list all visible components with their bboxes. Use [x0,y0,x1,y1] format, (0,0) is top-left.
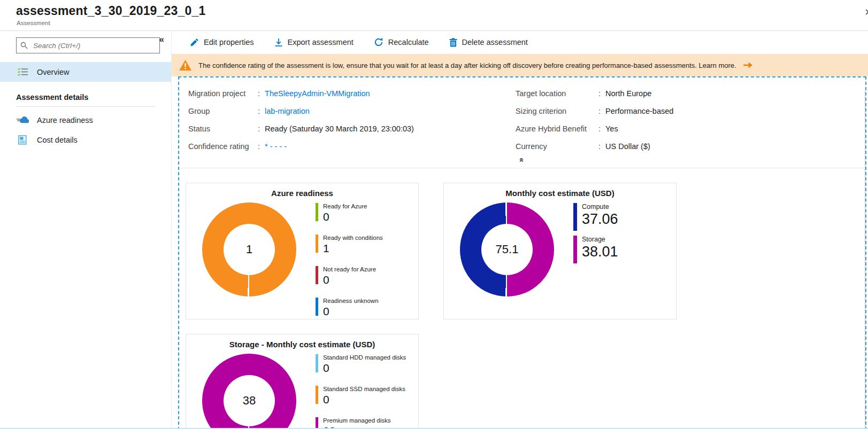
legend-value: 0 [323,274,376,286]
chart-title: Azure readiness [186,189,418,198]
page-title: assessment_3_30_2019_23_0_1 [16,4,206,18]
sidebar-item-label: Azure readiness [37,116,93,124]
sidebar-collapse-icon[interactable]: « [159,34,164,45]
property-value[interactable]: * - - - - [265,142,287,151]
pencil-icon [190,38,199,47]
legend-value: 0 [323,210,367,223]
charts-area: Azure readiness1Ready for Azure0Ready wi… [179,168,865,429]
legend-label: Not ready for Azure [323,266,376,274]
chart-title: Storage - Monthly cost estimate (USD) [186,340,418,349]
properties-collapse-row: « [179,155,865,163]
collapse-properties-icon[interactable]: « [518,158,526,162]
donut-chart: 1 [202,202,296,297]
legend-item: Ready for Azure0 [316,203,383,223]
property-label: Status [188,124,258,133]
donut-center-value: 38 [224,375,275,426]
legend-value: 0 [323,393,405,406]
assessment-page: assessment_3_30_2019_23_0_1 Assessment ×… [0,0,868,429]
property-label: Azure Hybrid Benefit [516,124,598,133]
trash-icon [449,38,457,47]
sidebar-divider [16,106,155,107]
legend-item: Standard SSD managed disks0 [316,386,406,406]
chart-legend: Ready for Azure0Ready with conditions1No… [316,202,383,319]
legend-item: Not ready for Azure0 [316,266,383,286]
warning-triangle-icon [179,60,191,71]
chart-legend: Compute37.06Storage38.01 [573,202,618,297]
property-value: US Dollar ($) [605,142,650,151]
legend-value: 1 [323,242,383,255]
arrow-right-icon [743,62,752,68]
toolbar-button-label: Export assessment [288,38,354,46]
delete-assessment-button[interactable]: Delete assessment [449,38,528,47]
chart-card: Monthly cost estimate (USD)75.1Compute37… [443,183,677,319]
legend-color-bar [316,417,318,429]
chart-title: Monthly cost estimate (USD) [444,189,676,198]
property-label: Currency [516,142,598,151]
property-value: Yes [605,124,618,133]
property-row: Status:Ready (Saturday 30 March 2019, 23… [188,120,516,137]
toolbar-button-label: Edit properties [204,38,254,46]
toolbar-button-label: Recalculate [388,38,429,46]
donut-chart: 75.1 [460,202,554,297]
sidebar-item-overview[interactable]: Overview [0,62,171,82]
property-label: Group [188,107,258,115]
property-value[interactable]: lab-migration [265,107,310,115]
learn-more-link[interactable]: Learn more. [699,61,736,69]
search-icon [20,42,28,49]
legend-item: Standard HDD managed disks0 [316,354,406,375]
property-value[interactable]: TheSleepyAdmin-VMMigration [265,89,370,98]
donut-center-value: 75.1 [481,224,533,275]
toolbar-button-label: Delete assessment [462,38,528,46]
legend-label: Premium managed disks [323,417,391,425]
property-row: Target location:North Europe [516,84,673,102]
search-input[interactable] [32,41,156,50]
sidebar: « Overview Assessment details Azure read… [0,31,172,429]
sidebar-item-label: Overview [37,68,69,76]
properties-left-column: Migration project:TheSleepyAdmin-VMMigra… [188,84,516,155]
legend-label: Ready for Azure [323,203,367,210]
legend-label: Readiness unknown [323,298,379,305]
refresh-icon [374,37,383,47]
sidebar-item-azure-readiness[interactable]: Azure readiness [0,110,171,130]
scroll-region: Migration project:TheSleepyAdmin-VMMigra… [178,76,866,429]
edit-properties-button[interactable]: Edit properties [190,38,254,47]
legend-color-bar [573,203,577,231]
document-icon [16,135,29,145]
legend-value: 0 [323,305,379,318]
search-box [16,37,160,53]
sidebar-section-header: Assessment details [0,82,171,106]
legend-color-bar [316,386,318,404]
legend-color-bar [573,236,577,263]
sidebar-nav: Overview Assessment details Azure readin… [0,62,171,150]
sidebar-item-cost-details[interactable]: Cost details [0,130,171,150]
legend-item: Premium managed disks38 [316,417,406,429]
property-row: Migration project:TheSleepyAdmin-VMMigra… [188,84,516,102]
property-row: Group:lab-migration [188,102,516,120]
property-label: Sizing criterion [516,107,598,115]
legend-label: Standard HDD managed disks [323,354,406,362]
legend-color-bar [316,354,318,372]
export-assessment-button[interactable]: Export assessment [274,38,354,47]
scrollbar[interactable] [865,90,865,429]
legend-item: Storage38.01 [573,236,618,263]
property-row: Currency:US Dollar ($) [516,137,673,155]
page-header: assessment_3_30_2019_23_0_1 Assessment × [0,0,868,31]
legend-label: Compute [582,203,618,211]
toolbar: Edit propertiesExport assessmentRecalcul… [171,30,868,54]
close-icon[interactable]: × [865,6,868,18]
donut-chart: 38 [202,354,296,429]
property-label: Confidence rating [188,142,258,151]
legend-color-bar [316,203,318,221]
legend-label: Ready with conditions [323,235,383,242]
recalculate-button[interactable]: Recalculate [374,37,429,47]
sidebar-item-label: Cost details [37,136,78,144]
legend-value: 38.01 [582,244,618,260]
properties-right-column: Target location:North EuropeSizing crite… [516,84,673,155]
main-content: Edit propertiesExport assessmentRecalcul… [171,30,868,429]
legend-color-bar [316,298,318,316]
warning-banner: The confidence rating of the assessment … [171,54,868,76]
legend-item: Ready with conditions1 [316,235,383,255]
property-label: Migration project [188,89,258,98]
chart-card: Azure readiness1Ready for Azure0Ready wi… [186,183,419,319]
property-row: Confidence rating:* - - - - [188,137,516,155]
